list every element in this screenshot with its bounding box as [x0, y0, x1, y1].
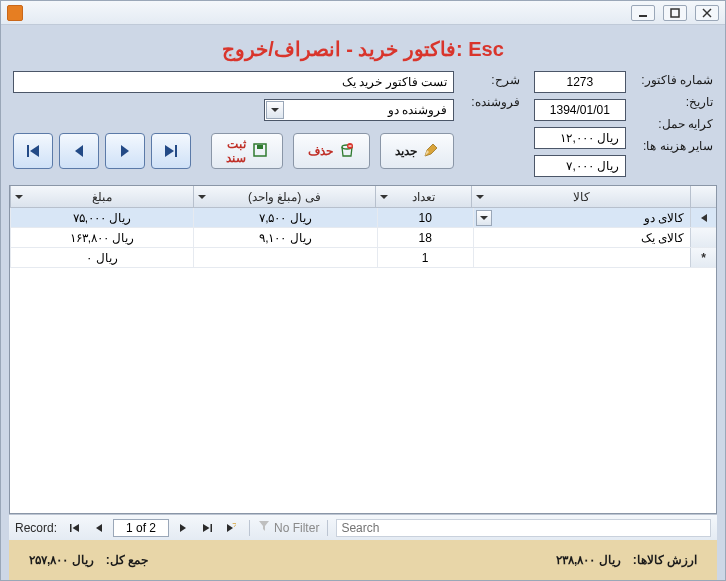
maximize-button[interactable] — [663, 5, 687, 21]
svg-rect-5 — [27, 145, 29, 157]
cell-item[interactable] — [473, 248, 690, 267]
nav-next-button[interactable] — [105, 133, 145, 169]
svg-rect-24 — [70, 524, 72, 532]
cell-amount[interactable]: ریال ۰ — [10, 248, 193, 267]
freight-field[interactable]: ریال ۱۲,۰۰۰ — [534, 127, 626, 149]
svg-marker-25 — [73, 524, 80, 532]
label-freight: کرایه حمل: — [640, 115, 713, 131]
chevron-down-icon[interactable] — [476, 210, 492, 226]
cell-qty[interactable]: 1 — [377, 248, 473, 267]
table-row[interactable]: *1ریال ۰ — [10, 248, 716, 268]
cell-unit-price[interactable]: ریال ۷,۵۰۰ — [193, 208, 376, 227]
col-item[interactable]: کالا — [471, 186, 690, 207]
record-first-button[interactable] — [65, 519, 85, 537]
table-row[interactable]: کالای یک18ریال ۹,۱۰۰ریال ۱۶۳,۸۰۰ — [10, 228, 716, 248]
goods-value: ریال ۲۳۸,۸۰۰ — [556, 553, 621, 567]
cell-amount[interactable]: ریال ۷۵,۰۰۰ — [10, 208, 193, 227]
invoice-no-field[interactable]: 1273 — [534, 71, 626, 93]
svg-marker-4 — [271, 108, 279, 112]
label-desc: شرح: — [468, 71, 520, 87]
cell-qty[interactable]: 10 — [377, 208, 473, 227]
form-icon — [7, 5, 23, 21]
col-unit-price[interactable]: فی (مبلغ واحد) — [193, 186, 376, 207]
col-amount[interactable]: مبلغ — [10, 186, 193, 207]
table-row[interactable]: کالای دو10ریال ۷,۵۰۰ریال ۷۵,۰۰۰ — [10, 208, 716, 228]
cell-item[interactable]: کالای یک — [473, 228, 690, 247]
svg-marker-8 — [121, 145, 129, 157]
seller-combo[interactable]: فروشنده دو — [264, 99, 454, 121]
record-next-button[interactable] — [173, 519, 193, 537]
cell-unit-price[interactable]: ریال ۹,۱۰۰ — [193, 228, 376, 247]
grand-total: ریال ۲۵۷,۸۰۰ — [29, 553, 94, 567]
svg-marker-6 — [30, 145, 39, 157]
nav-prev-button[interactable] — [59, 133, 99, 169]
svg-marker-7 — [75, 145, 83, 157]
label-other-costs: سایر هزینه ها: — [640, 137, 713, 153]
chevron-down-icon[interactable] — [266, 101, 284, 119]
save-icon — [252, 142, 268, 161]
row-selector-header — [690, 186, 716, 207]
row-selector[interactable]: * — [690, 248, 716, 267]
record-prev-button[interactable] — [89, 519, 109, 537]
svg-marker-21 — [15, 195, 23, 199]
svg-marker-28 — [203, 524, 210, 532]
cell-amount[interactable]: ریال ۱۶۳,۸۰۰ — [10, 228, 193, 247]
svg-rect-1 — [671, 9, 679, 17]
cell-item[interactable]: کالای دو — [473, 208, 690, 227]
grand-total-label: جمع کل: — [106, 553, 148, 567]
desc-field[interactable]: تست فاکتور خرید یک — [13, 71, 454, 93]
nav-first-button[interactable] — [13, 133, 53, 169]
record-new-button[interactable]: ✳ — [221, 519, 241, 537]
delete-icon — [339, 142, 355, 161]
svg-rect-0 — [639, 15, 647, 17]
row-selector[interactable] — [690, 228, 716, 247]
delete-button[interactable]: حذف — [293, 133, 370, 169]
svg-marker-26 — [96, 524, 102, 532]
record-last-button[interactable] — [197, 519, 217, 537]
label-date: تاریخ: — [640, 93, 713, 109]
form-title: فاکتور خرید - انصراف/خروج: Esc — [9, 31, 717, 71]
svg-marker-19 — [380, 195, 388, 199]
nav-last-button[interactable] — [151, 133, 191, 169]
items-grid[interactable]: کالا تعداد فی (مبلغ واحد) مبلغ کالای دو1… — [9, 185, 717, 514]
svg-rect-10 — [175, 145, 177, 157]
svg-marker-27 — [180, 524, 186, 532]
goods-value-label: ارزش کالاها: — [633, 553, 697, 567]
svg-marker-9 — [165, 145, 174, 157]
svg-rect-12 — [257, 145, 263, 149]
svg-marker-23 — [480, 216, 488, 220]
other-costs-field[interactable]: ریال ۷,۰۰۰ — [534, 155, 626, 177]
cell-qty[interactable]: 18 — [377, 228, 473, 247]
pencil-icon — [423, 142, 439, 161]
row-selector[interactable] — [690, 208, 716, 227]
svg-marker-18 — [476, 195, 484, 199]
record-label: Record: — [15, 521, 57, 535]
filter-icon — [258, 520, 270, 535]
svg-text:✳: ✳ — [232, 523, 236, 531]
minimize-button[interactable] — [631, 5, 655, 21]
filter-indicator[interactable]: No Filter — [258, 520, 319, 535]
col-qty[interactable]: تعداد — [375, 186, 471, 207]
close-button[interactable] — [695, 5, 719, 21]
record-position[interactable] — [113, 519, 169, 537]
cell-unit-price[interactable] — [193, 248, 376, 267]
svg-marker-20 — [198, 195, 206, 199]
svg-marker-32 — [259, 521, 269, 531]
label-invoice-no: شماره فاکتور: — [640, 71, 713, 87]
save-button[interactable]: ثبت سند — [211, 133, 283, 169]
svg-marker-22 — [701, 214, 707, 222]
date-field[interactable]: 1394/01/01 — [534, 99, 626, 121]
svg-rect-29 — [211, 524, 213, 532]
search-input[interactable] — [336, 519, 711, 537]
label-seller: فروشنده: — [468, 93, 520, 109]
new-button[interactable]: جدید — [380, 133, 454, 169]
